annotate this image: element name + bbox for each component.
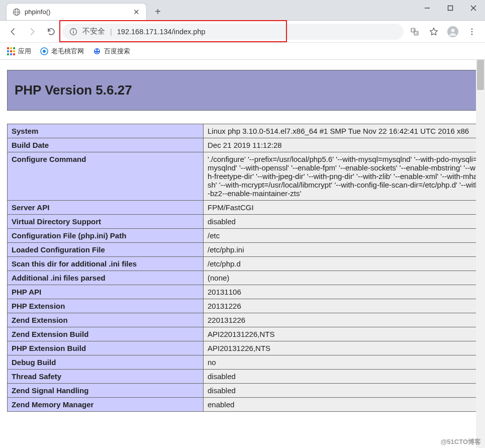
svg-point-9 — [73, 29, 74, 30]
table-row: Zend Memory Managerenabled — [8, 398, 485, 412]
config-value: disabled — [204, 384, 485, 398]
config-value: /etc/php.d — [204, 257, 485, 271]
toolbar: 不安全 | 192.168.171.134/index.php 文A — [0, 21, 485, 43]
minimize-button[interactable] — [416, 0, 439, 16]
config-value: no — [204, 355, 485, 370]
config-key: Loaded Configuration File — [8, 243, 204, 257]
browser-tab[interactable]: phpinfo() ✕ — [6, 3, 147, 20]
config-key: PHP API — [8, 285, 204, 299]
back-button[interactable] — [5, 24, 21, 40]
config-key: Zend Memory Manager — [8, 398, 204, 412]
config-value: API220131226,NTS — [204, 327, 485, 341]
bookmark-1[interactable]: 老毛桃官网 — [40, 47, 84, 56]
config-value: Dec 21 2019 11:12:28 — [204, 138, 485, 152]
table-row: Additional .ini files parsed(none) — [8, 271, 485, 285]
config-key: PHP Extension Build — [8, 341, 204, 355]
config-key: Zend Signal Handling — [8, 384, 204, 398]
insecure-label: 不安全 — [82, 27, 105, 36]
scrollbar-thumb[interactable] — [477, 60, 484, 90]
bookmark-2[interactable]: 百度搜索 — [93, 47, 130, 56]
table-row: PHP Extension BuildAPI20131226,NTS — [8, 341, 485, 355]
config-value: 20131226 — [204, 299, 485, 313]
table-row: SystemLinux php 3.10.0-514.el7.x86_64 #1… — [8, 124, 485, 138]
table-row: Loaded Configuration File/etc/php.ini — [8, 243, 485, 257]
config-value: disabled — [204, 215, 485, 229]
config-key: Zend Extension Build — [8, 327, 204, 341]
config-key: Build Date — [8, 138, 204, 152]
table-row: Configure Command'./configure' '--prefix… — [8, 152, 485, 201]
svg-point-15 — [451, 29, 455, 32]
translate-icon[interactable]: 文A — [407, 24, 423, 40]
config-key: PHP Extension — [8, 299, 204, 313]
config-value: FPM/FastCGI — [204, 201, 485, 215]
table-row: Build DateDec 21 2019 11:12:28 — [8, 138, 485, 152]
config-value: (none) — [204, 271, 485, 285]
table-row: Scan this dir for additional .ini files/… — [8, 257, 485, 271]
svg-point-18 — [471, 33, 473, 35]
close-window-button[interactable] — [462, 0, 485, 16]
menu-icon[interactable] — [464, 24, 480, 40]
config-key: System — [8, 124, 204, 138]
browser-chrome: phpinfo() ✕ + — [0, 0, 485, 21]
close-icon[interactable]: ✕ — [132, 8, 140, 16]
table-row: Zend Signal Handlingdisabled — [8, 384, 485, 398]
bookmark-label: 百度搜索 — [104, 47, 130, 56]
config-value: enabled — [204, 398, 485, 412]
bookmark-favicon-2 — [93, 47, 101, 55]
config-value: './configure' '--prefix=/usr/local/php5.… — [204, 152, 485, 201]
profile-icon[interactable] — [445, 24, 461, 40]
info-icon — [69, 28, 77, 36]
svg-text:A: A — [416, 32, 418, 35]
new-tab-button[interactable]: + — [151, 5, 165, 19]
config-value: 20131106 — [204, 285, 485, 299]
apps-grid-icon — [7, 47, 15, 55]
config-key: Virtual Directory Support — [8, 215, 204, 229]
table-row: Thread Safetydisabled — [8, 370, 485, 384]
config-key: Debug Build — [8, 355, 204, 370]
globe-icon — [13, 8, 21, 16]
address-bar[interactable]: 不安全 | 192.168.171.134/index.php — [62, 24, 404, 40]
table-row: Zend Extension220131226 — [8, 313, 485, 327]
maximize-button[interactable] — [439, 0, 462, 16]
url-text: 192.168.171.134/index.php — [117, 28, 206, 36]
config-key: Configure Command — [8, 152, 204, 201]
php-version-title: PHP Version 5.6.27 — [15, 82, 477, 98]
svg-point-23 — [98, 49, 100, 51]
config-value: /etc/php.ini — [204, 243, 485, 257]
table-row: Debug Buildno — [8, 355, 485, 370]
config-key: Zend Extension — [8, 313, 204, 327]
viewport[interactable]: PHP Version 5.6.27 SystemLinux php 3.10.… — [0, 60, 485, 448]
omnibox-divider: | — [110, 28, 112, 36]
bookmark-favicon-1 — [40, 47, 48, 55]
table-row: Virtual Directory Supportdisabled — [8, 215, 485, 229]
config-key: Scan this dir for additional .ini files — [8, 257, 204, 271]
config-key: Thread Safety — [8, 370, 204, 384]
svg-text:文: 文 — [413, 29, 415, 32]
window-controls — [416, 0, 485, 16]
star-icon[interactable] — [426, 24, 442, 40]
table-row: PHP API20131106 — [8, 285, 485, 299]
reload-button[interactable] — [43, 24, 59, 40]
bookmark-label: 老毛桃官网 — [51, 47, 84, 56]
bookmarks-bar: 应用 老毛桃官网 百度搜索 — [0, 43, 485, 60]
svg-point-16 — [471, 28, 473, 30]
svg-point-17 — [471, 31, 473, 32]
tab-strip: phpinfo() ✕ + — [0, 0, 485, 20]
tab-title: phpinfo() — [25, 8, 128, 16]
table-row: Zend Extension BuildAPI220131226,NTS — [8, 327, 485, 341]
scrollbar-track[interactable] — [476, 60, 485, 448]
config-value: /etc — [204, 229, 485, 243]
config-value: Linux php 3.10.0-514.el7.x86_64 #1 SMP T… — [204, 124, 485, 138]
config-value: API20131226,NTS — [204, 341, 485, 355]
apps-shortcut[interactable]: 应用 — [7, 47, 31, 56]
config-key: Server API — [8, 201, 204, 215]
forward-button[interactable] — [24, 24, 40, 40]
svg-rect-4 — [448, 6, 453, 11]
config-value: disabled — [204, 370, 485, 384]
phpinfo-table: SystemLinux php 3.10.0-514.el7.x86_64 #1… — [7, 124, 485, 412]
bookmark-label: 应用 — [18, 47, 31, 56]
phpinfo-header: PHP Version 5.6.27 — [7, 70, 485, 111]
table-row: Server APIFPM/FastCGI — [8, 201, 485, 215]
svg-point-22 — [95, 49, 97, 51]
svg-point-20 — [43, 50, 46, 53]
